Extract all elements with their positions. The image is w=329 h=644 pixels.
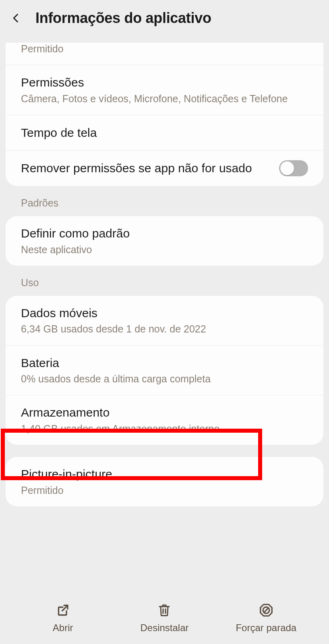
back-button[interactable] xyxy=(8,10,24,26)
open-button[interactable]: Abrir xyxy=(31,602,95,634)
row-set-default[interactable]: Definir como padrão Neste aplicativo xyxy=(6,216,323,266)
force-stop-label: Forçar parada xyxy=(236,622,296,634)
forbid-icon xyxy=(258,602,274,618)
app-header: Informações do aplicativo xyxy=(0,0,329,38)
force-stop-button[interactable]: Forçar parada xyxy=(234,602,298,634)
permissions-sub: Câmera, Fotos e vídeos, Microfone, Notif… xyxy=(21,93,308,105)
battery-title: Bateria xyxy=(21,355,308,371)
open-label: Abrir xyxy=(53,622,73,634)
pip-card: Picture-in-picture Permitido xyxy=(6,457,323,506)
storage-title: Armazenamento xyxy=(21,405,308,420)
permissions-title: Permissões xyxy=(21,75,308,90)
row-storage[interactable]: Armazenamento 1,40 GB usados em Armazena… xyxy=(6,395,323,445)
row-pip[interactable]: Picture-in-picture Permitido xyxy=(6,457,323,506)
chevron-left-icon xyxy=(10,10,22,26)
screen-time-title: Tempo de tela xyxy=(21,125,308,140)
remove-permissions-title: Remover permissões se app não for usado xyxy=(21,161,271,176)
remove-permissions-toggle[interactable] xyxy=(279,160,308,176)
set-default-title: Definir como padrão xyxy=(21,226,308,241)
uninstall-label: Desinstalar xyxy=(140,622,188,634)
pip-sub: Permitido xyxy=(21,484,308,497)
page-title: Informações do aplicativo xyxy=(35,10,211,27)
svg-line-4 xyxy=(264,608,268,612)
clipped-sub: Permitido xyxy=(21,43,308,55)
set-default-sub: Neste aplicativo xyxy=(21,244,308,256)
open-icon xyxy=(55,602,71,618)
section-usage-label: Uso xyxy=(21,277,329,289)
battery-sub: 0% usados desde a última carga completa xyxy=(21,373,308,385)
toggle-knob xyxy=(280,161,294,175)
trash-icon xyxy=(156,602,172,618)
defaults-card: Definir como padrão Neste aplicativo xyxy=(6,216,323,266)
content-scroll: Permitido Permissões Câmera, Fotos e víd… xyxy=(0,40,329,592)
uninstall-button[interactable]: Desinstalar xyxy=(132,602,197,634)
row-screen-time[interactable]: Tempo de tela xyxy=(6,115,323,150)
svg-line-0 xyxy=(62,605,68,611)
row-battery[interactable]: Bateria 0% usados desde a última carga c… xyxy=(6,345,323,395)
row-clipped[interactable]: Permitido xyxy=(6,43,323,65)
privacy-card: Permitido Permissões Câmera, Fotos e víd… xyxy=(6,43,323,186)
row-remove-permissions[interactable]: Remover permissões se app não for usado xyxy=(6,150,323,186)
mobile-data-title: Dados móveis xyxy=(21,305,308,321)
row-permissions[interactable]: Permissões Câmera, Fotos e vídeos, Micro… xyxy=(6,65,323,115)
section-defaults-label: Padrões xyxy=(21,197,329,209)
bottom-action-bar: Abrir Desinstalar Forçar parada xyxy=(0,592,329,644)
storage-sub: 1,40 GB usados em Armazenamento interno xyxy=(21,423,308,435)
usage-card: Dados móveis 6,34 GB usados desde 1 de n… xyxy=(6,296,323,445)
mobile-data-sub: 6,34 GB usados desde 1 de nov. de 2022 xyxy=(21,323,308,335)
pip-title: Picture-in-picture xyxy=(21,466,308,482)
row-mobile-data[interactable]: Dados móveis 6,34 GB usados desde 1 de n… xyxy=(6,296,323,345)
